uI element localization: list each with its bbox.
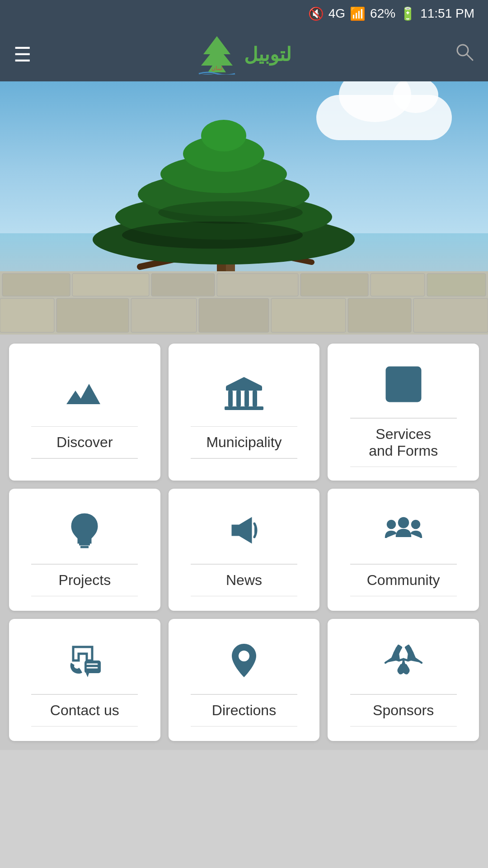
status-bar: 🔇 4G 📶 62% 🔋 11:51 PM — [0, 0, 488, 27]
app-logo: لبنان — [194, 34, 239, 75]
logo-area[interactable]: لبنان لتوبيل — [194, 34, 291, 75]
sponsors-label: Sponsors — [373, 702, 434, 719]
divider — [31, 694, 138, 695]
news-label: News — [226, 572, 262, 589]
divider-bottom — [350, 726, 457, 727]
svg-rect-28 — [271, 298, 346, 332]
community-label: Community — [367, 572, 440, 589]
svg-rect-24 — [0, 298, 54, 332]
svg-point-52 — [239, 651, 249, 661]
svg-rect-18 — [72, 274, 149, 296]
lightbulb-icon — [62, 508, 107, 553]
divider-bottom — [350, 467, 457, 467]
pin-icon — [221, 638, 267, 683]
phone-icon — [62, 638, 107, 683]
menu-item-directions[interactable]: Directions — [169, 619, 320, 741]
network-label: 4G — [328, 6, 345, 21]
stone-wall — [0, 271, 488, 335]
megaphone-icon — [221, 508, 267, 553]
hero-image — [0, 81, 488, 335]
svg-rect-26 — [131, 298, 197, 332]
building-icon — [221, 370, 267, 415]
tree-image — [86, 113, 402, 285]
divider-bottom — [31, 726, 138, 727]
divider — [191, 564, 297, 565]
svg-marker-49 — [86, 673, 89, 677]
divider — [31, 564, 138, 565]
svg-rect-48 — [84, 660, 101, 673]
menu-item-news[interactable]: News — [169, 489, 320, 611]
svg-line-3 — [467, 54, 473, 60]
svg-rect-23 — [427, 274, 486, 296]
contact-label: Contact us — [50, 702, 119, 719]
divider — [31, 426, 138, 427]
svg-rect-22 — [371, 274, 425, 296]
svg-rect-20 — [217, 274, 298, 296]
menu-item-contact[interactable]: Contact us — [9, 619, 160, 741]
municipality-label: Municipality — [206, 434, 282, 451]
svg-rect-33 — [226, 386, 262, 391]
divider-bottom — [31, 596, 138, 597]
svg-rect-19 — [151, 274, 215, 296]
menu-item-municipality[interactable]: Municipality — [169, 344, 320, 481]
menu-item-community[interactable]: Community — [328, 489, 479, 611]
divider-bottom — [191, 458, 297, 459]
svg-point-14 — [122, 222, 303, 249]
battery-icon: 🔋 — [400, 6, 416, 21]
divider-bottom — [191, 596, 297, 597]
search-button[interactable] — [455, 42, 474, 66]
services-icon — [381, 362, 426, 407]
svg-point-47 — [412, 521, 419, 528]
status-icons: 🔇 4G 📶 62% 🔋 11:51 PM — [308, 6, 474, 21]
svg-rect-34 — [228, 391, 233, 406]
time-display: 11:51 PM — [420, 6, 474, 21]
svg-rect-17 — [2, 274, 70, 296]
discover-label: Discover — [56, 434, 113, 451]
projects-label: Projects — [59, 572, 111, 589]
menu-grid: Discover Municipality — [0, 335, 488, 750]
svg-rect-37 — [253, 391, 257, 406]
handshake-icon — [381, 638, 426, 683]
logo-text: لتوبيل — [244, 43, 291, 66]
divider-bottom — [350, 596, 457, 597]
svg-point-13 — [201, 120, 246, 151]
toolbar: ☰ لبنان لتوبيل — [0, 27, 488, 81]
menu-item-services[interactable]: Servicesand Forms — [328, 344, 479, 481]
svg-rect-21 — [300, 274, 368, 296]
svg-rect-30 — [413, 298, 488, 332]
divider-bottom — [191, 726, 297, 727]
mountain-icon — [62, 370, 107, 415]
divider — [350, 418, 457, 419]
svg-rect-35 — [236, 391, 241, 406]
menu-item-projects[interactable]: Projects — [9, 489, 160, 611]
divider — [191, 694, 297, 695]
divider — [191, 426, 297, 427]
svg-rect-42 — [398, 378, 409, 390]
svg-rect-27 — [199, 298, 269, 332]
svg-rect-29 — [348, 298, 411, 332]
silent-icon: 🔇 — [308, 6, 324, 21]
svg-rect-25 — [56, 298, 129, 332]
directions-label: Directions — [212, 702, 276, 719]
divider — [350, 564, 457, 565]
svg-point-15 — [158, 201, 303, 224]
hamburger-menu[interactable]: ☰ — [14, 43, 31, 66]
svg-text:لبنان: لبنان — [211, 65, 223, 71]
menu-item-discover[interactable]: Discover — [9, 344, 160, 481]
services-label: Servicesand Forms — [369, 426, 438, 459]
divider — [350, 694, 457, 695]
svg-rect-38 — [225, 406, 263, 410]
community-icon — [381, 508, 426, 553]
battery-label: 62% — [370, 6, 395, 21]
svg-point-46 — [388, 521, 395, 528]
svg-marker-39 — [226, 377, 262, 386]
menu-item-sponsors[interactable]: Sponsors — [328, 619, 479, 741]
svg-point-45 — [399, 518, 408, 527]
svg-rect-36 — [244, 391, 249, 406]
divider-bottom — [31, 458, 138, 459]
signal-icon: 📶 — [350, 6, 366, 21]
